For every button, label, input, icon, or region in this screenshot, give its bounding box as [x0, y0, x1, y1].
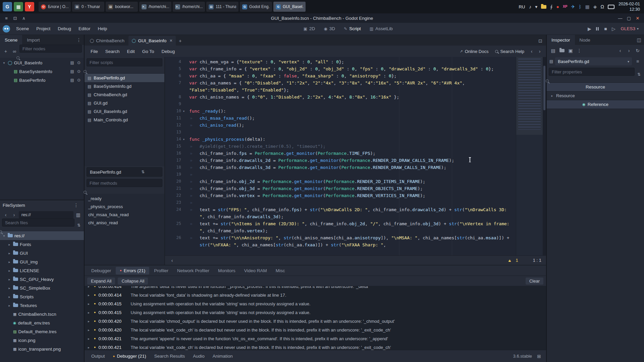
script-icon[interactable]: ▤ — [70, 60, 74, 65]
error-row[interactable]: ▸●0:00:00.414The argument 'delta' is nev… — [85, 286, 546, 291]
error-row[interactable]: ▸●0:00:00.414The local variable 'font_da… — [85, 291, 546, 299]
expand-error-icon[interactable]: ▸ — [88, 328, 91, 332]
code-line[interactable]: 21»chi_frame_info.obj_3d = Performance.g… — [165, 185, 516, 192]
file-row[interactable]: ▸SC_SimpleBox — [0, 284, 84, 292]
file-row[interactable]: ▸Scripts — [0, 292, 84, 301]
error-row[interactable]: ▸●0:00:00.420The local variable 'chmod_o… — [85, 317, 546, 325]
visibility-icon[interactable]: ⊙ — [77, 78, 80, 82]
script-menu-go-to[interactable]: Go To — [139, 48, 158, 55]
code-text[interactable]: var chi_aa = { "msaa" : 0, "fxaa" : fals… — [186, 72, 516, 79]
script-menu-search[interactable]: Search — [102, 48, 123, 55]
bottom-tab-network-profiler[interactable]: Network Profiler — [173, 267, 213, 275]
inspector-category[interactable]: Resource — [547, 82, 644, 91]
code-line[interactable]: 14▾func _physics_process(delta): — [165, 136, 516, 143]
method-list-item[interactable]: chi_aniso_read — [85, 219, 164, 227]
code-line[interactable]: 25»text += str("\nItems in frame (2D/3D)… — [165, 220, 516, 234]
add-node-button[interactable]: + — [2, 48, 9, 55]
new-resource-icon[interactable]: ▤ — [549, 47, 557, 54]
code-line[interactable]: 20»chi_frame_info.obj_2d = Performance.g… — [165, 178, 516, 185]
workspace-script[interactable]: ✎Script — [340, 25, 365, 33]
script-menu-edit[interactable]: Edit — [124, 48, 138, 55]
collapse-all-button[interactable]: Collapse All — [118, 278, 148, 285]
expand-icon[interactable]: ▸ — [550, 94, 554, 98]
code-text[interactable]: » — [186, 199, 516, 206]
new-scene-tab-button[interactable]: + — [176, 37, 184, 45]
red-app-icon[interactable]: ● — [556, 4, 559, 9]
scene-node[interactable]: ▤BasePerfInfo▤⊙ — [0, 76, 84, 84]
code-text[interactable]: »chi_frame_info.obj_2d = Performance.get… — [186, 178, 516, 185]
volume-icon[interactable]: ♪ — [529, 4, 531, 9]
renderer-select[interactable]: GLES3▾ — [618, 26, 641, 31]
code-text[interactable]: »chi_frame_info.drawcalls_2d = Performan… — [186, 157, 516, 164]
code-text[interactable]: var chi_aa_names = { "0":"Disabled", "1"… — [186, 79, 516, 94]
code-text[interactable]: »chi_frame_info.fps = Performance.get_mo… — [186, 150, 516, 157]
resource-selector[interactable]: BasePerfInfo.gd ▾ — [555, 57, 632, 65]
vertical-scrollbar[interactable] — [543, 57, 546, 255]
minimize-button[interactable]: — — [616, 13, 624, 23]
taskbar-window-button[interactable]: ▤111 - Thunar — [206, 2, 238, 12]
code-line[interactable]: 16»chi_frame_info.fps = Performance.get_… — [165, 150, 516, 157]
error-row[interactable]: ▸●0:00:00.421The local variable 'exit_co… — [85, 343, 546, 350]
code-text[interactable]: »chi_frame_info.drawcalls_3d = Performan… — [186, 164, 516, 171]
history-back-icon[interactable]: ‹ — [616, 47, 624, 54]
script-list-item[interactable]: ▤BasePerfInfo.gd — [85, 74, 164, 82]
expand-error-icon[interactable]: ▸ — [88, 319, 91, 323]
shade-icon[interactable]: ∧ — [20, 13, 28, 23]
filter-scripts-input[interactable] — [87, 58, 162, 66]
error-row[interactable]: ▸●0:00:00.415Using assignment with opera… — [85, 308, 546, 317]
script-list-item[interactable]: ▤Main_Controls.gd — [85, 116, 164, 124]
code-line[interactable]: 4var chi_mem_vga = {"texture" : 0, "vert… — [165, 58, 516, 65]
tab-inspector[interactable]: Inspector — [547, 35, 575, 45]
statusbar-debugger-21-[interactable]: ●Debugger (21) — [110, 352, 150, 360]
app-indicator-icon[interactable]: ◈ — [593, 4, 597, 9]
taskbar-window-button[interactable]: ▤bookwor... — [106, 2, 138, 12]
dock-layout-icon[interactable]: ◫ — [635, 36, 643, 44]
load-resource-icon[interactable] — [558, 47, 566, 54]
history-back-icon[interactable]: ‹ — [528, 48, 535, 55]
dock-menu-icon[interactable]: ⋮ — [72, 201, 80, 209]
code-line[interactable]: 13 — [165, 129, 516, 136]
sort-methods-icon[interactable]: ⇅ — [125, 169, 161, 175]
menu-help[interactable]: Help — [94, 25, 110, 33]
object-history-icon[interactable]: ↻ — [634, 47, 641, 54]
code-text[interactable]: »chi_frame_info.obj_3d = Performance.get… — [186, 185, 516, 192]
telegram-icon[interactable]: ✈ — [571, 4, 575, 9]
close-tab-icon[interactable]: ✕ — [169, 39, 172, 43]
statusbar-output[interactable]: Output — [88, 352, 108, 360]
pause-button[interactable] — [594, 25, 601, 33]
scene-tab[interactable]: ◯GUI_BaseInfo✕ — [128, 36, 176, 46]
code-text[interactable]: »#yield(get_tree().create_timer(0.5), "t… — [186, 143, 516, 150]
menu-project[interactable]: Project — [33, 25, 54, 33]
script-icon[interactable]: ▤ — [70, 78, 74, 82]
method-list-item[interactable]: _ready — [85, 194, 164, 202]
code-line[interactable]: 26»text += str("\n\nAnisotropy: ", str(c… — [165, 234, 516, 248]
expand-error-icon[interactable]: ▸ — [88, 337, 91, 341]
code-line[interactable]: 11»chi_msaa_fxaa_read(); — [165, 115, 516, 122]
script-list-item[interactable]: ▤ChimbaBench.gd — [85, 90, 164, 99]
folder-tray-icon[interactable] — [541, 5, 546, 9]
menu-editor[interactable]: Editor — [75, 25, 94, 33]
save-resource-icon[interactable]: ▣ — [567, 47, 574, 54]
play-scene-button[interactable]: ▷ — [610, 25, 617, 33]
taskbar-window-button[interactable]: >_/home/chi... — [173, 2, 205, 12]
taskbar-window-button[interactable]: >_/home/chi... — [139, 2, 171, 12]
filter-methods-input[interactable] — [87, 179, 162, 187]
statusbar-animation[interactable]: Animation — [209, 352, 236, 360]
taskbar-window-button[interactable]: GGUI_BaseI... — [273, 2, 306, 12]
code-line[interactable]: 15»#yield(get_tree().create_timer(0.5), … — [165, 143, 516, 150]
expand-icon[interactable]: ▸ — [7, 286, 11, 290]
yandex-launcher[interactable]: Y — [25, 2, 34, 11]
expand-bottom-panel-icon[interactable]: ⊞ — [535, 353, 543, 360]
code-text[interactable]: »text += str("\nItems in frame (2D/3D): … — [186, 220, 516, 234]
code-text[interactable] — [186, 101, 516, 108]
script-list-item[interactable]: ▤GUI_BaseInfo.gd — [85, 107, 164, 116]
script-menu-debug[interactable]: Debug — [158, 48, 178, 55]
bottom-tab-video-ram[interactable]: Video RAM — [240, 267, 271, 275]
bottom-tab-debugger[interactable]: Debugger — [87, 267, 115, 275]
file-row[interactable]: ▨Default_theme.tres — [0, 327, 84, 336]
code-text[interactable]: func _physics_process(delta): — [186, 136, 516, 143]
taskbar-window-button[interactable]: ▤0 - Thunar — [72, 2, 104, 12]
extra-resource-options-icon[interactable]: ≡ — [634, 58, 641, 65]
method-list-item[interactable]: chi_msaa_fxaa_read — [85, 210, 164, 219]
taskbar-window-button[interactable]: GGodot Eng... — [240, 2, 272, 12]
